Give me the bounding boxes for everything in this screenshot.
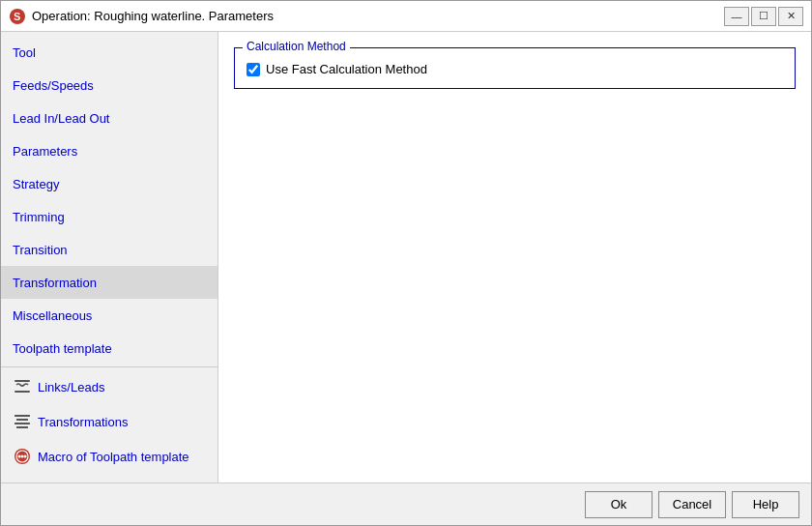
title-bar: S Operation: Roughing waterline. Paramet… — [1, 1, 811, 32]
svg-rect-3 — [14, 391, 30, 393]
svg-rect-7 — [16, 426, 28, 428]
title-bar-left: S Operation: Roughing waterline. Paramet… — [9, 8, 274, 25]
maximize-button[interactable]: ☐ — [751, 7, 776, 26]
sidebar-divider — [1, 366, 218, 367]
macro-icon — [13, 447, 32, 466]
sidebar-label-lead-in-out: Lead In/Lead Out — [13, 111, 109, 126]
fieldset-legend: Calculation Method — [243, 40, 350, 53]
footer: Ok Cancel Help — [1, 482, 811, 525]
main-window: S Operation: Roughing waterline. Paramet… — [0, 0, 812, 526]
fast-calculation-checkbox[interactable] — [246, 63, 260, 76]
sidebar-item-transformation[interactable]: Transformation — [1, 266, 218, 299]
sidebar-label-tool: Tool — [13, 45, 36, 60]
svg-point-11 — [21, 455, 24, 458]
ok-button[interactable]: Ok — [585, 491, 652, 518]
window-title: Operation: Roughing waterline. Parameter… — [32, 9, 274, 23]
fast-calculation-label[interactable]: Use Fast Calculation Method — [266, 62, 427, 76]
help-button[interactable]: Help — [732, 491, 799, 518]
sidebar-item-macro-toolpath[interactable]: Macro of Toolpath template — [1, 439, 218, 474]
app-icon: S — [9, 8, 26, 25]
sidebar-item-feeds-speeds[interactable]: Feeds/Speeds — [1, 69, 218, 102]
sidebar-item-transition[interactable]: Transition — [1, 233, 218, 266]
sidebar-item-miscellaneous[interactable]: Miscellaneous — [1, 299, 218, 332]
sidebar-label-transformation: Transformation — [13, 276, 97, 290]
svg-text:S: S — [14, 11, 20, 22]
sidebar-item-transformations[interactable]: Transformations — [1, 404, 218, 439]
sidebar-label-transformations: Transformations — [38, 415, 128, 429]
transformations-icon — [13, 412, 32, 431]
sidebar-label-links-leads: Links/Leads — [38, 380, 104, 394]
svg-rect-6 — [14, 423, 30, 424]
sidebar-label-feeds-speeds: Feeds/Speeds — [13, 78, 94, 93]
svg-rect-5 — [16, 419, 28, 421]
content-area: Tool Feeds/Speeds Lead In/Lead Out Param… — [1, 32, 811, 482]
sidebar-label-toolpath-template: Toolpath template — [13, 341, 112, 356]
sidebar-label-trimming: Trimming — [13, 210, 65, 224]
sidebar-item-toolpath-template[interactable]: Toolpath template — [1, 332, 218, 365]
svg-rect-2 — [14, 380, 30, 382]
sidebar-label-macro-toolpath: Macro of Toolpath template — [38, 450, 189, 464]
fast-calculation-row: Use Fast Calculation Method — [246, 62, 783, 76]
close-button[interactable]: ✕ — [778, 7, 803, 26]
window-controls: — ☐ ✕ — [724, 7, 803, 26]
calculation-method-group: Calculation Method Use Fast Calculation … — [234, 47, 796, 89]
svg-point-12 — [24, 455, 27, 458]
sidebar-label-strategy: Strategy — [13, 177, 59, 191]
sidebar-label-miscellaneous: Miscellaneous — [13, 308, 92, 323]
cancel-button[interactable]: Cancel — [658, 491, 726, 518]
sidebar-item-strategy[interactable]: Strategy — [1, 167, 218, 200]
sidebar-label-parameters: Parameters — [13, 144, 77, 159]
sidebar-item-tool[interactable]: Tool — [1, 36, 218, 69]
sidebar-label-transition: Transition — [13, 243, 68, 257]
sidebar-item-trimming[interactable]: Trimming — [1, 200, 218, 233]
main-content: Calculation Method Use Fast Calculation … — [218, 32, 811, 482]
svg-rect-4 — [14, 415, 30, 417]
minimize-button[interactable]: — — [724, 7, 749, 26]
links-leads-icon — [13, 377, 32, 396]
sidebar-item-parameters[interactable]: Parameters — [1, 134, 218, 167]
sidebar-item-links-leads[interactable]: Links/Leads — [1, 369, 218, 404]
sidebar-item-lead-in-out[interactable]: Lead In/Lead Out — [1, 102, 218, 134]
svg-point-10 — [18, 455, 21, 458]
sidebar: Tool Feeds/Speeds Lead In/Lead Out Param… — [1, 32, 218, 482]
